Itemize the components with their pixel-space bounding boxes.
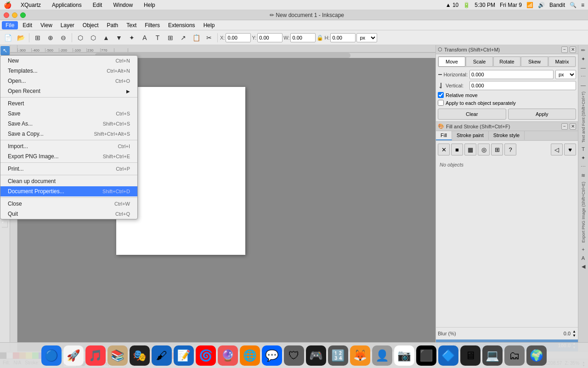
tab-skew[interactable]: Skew: [521, 57, 548, 67]
vertical-input[interactable]: [469, 81, 576, 90]
apply-each-checkbox[interactable]: [438, 100, 444, 106]
dock-word[interactable]: 📝: [174, 345, 194, 366]
far-right-btn-6[interactable]: T: [579, 145, 588, 153]
far-right-btn-2[interactable]: ✦: [579, 55, 588, 63]
blur-down[interactable]: ▼: [572, 334, 576, 338]
dock-music[interactable]: 🎵: [85, 345, 106, 366]
menubar-xquartz[interactable]: XQuartz: [19, 2, 43, 8]
dock-photos[interactable]: 📷: [394, 345, 414, 366]
menu-extensions[interactable]: Extensions: [164, 21, 199, 29]
menubar-window[interactable]: Window: [111, 2, 135, 8]
tool-new[interactable]: 📄: [2, 32, 14, 44]
menu-help[interactable]: Help: [200, 21, 219, 29]
fill-none-btn[interactable]: ✕: [438, 144, 450, 155]
tab-fill[interactable]: Fill: [436, 131, 452, 140]
tool-open[interactable]: 📂: [15, 32, 27, 44]
menu-item-open[interactable]: Open... Ctrl+O: [0, 76, 137, 86]
fill-stroke-minimize[interactable]: −: [561, 123, 568, 130]
menubar-applications[interactable]: Applications: [50, 2, 84, 8]
far-right-btn-5[interactable]: —: [579, 81, 588, 89]
fill-unknown-btn[interactable]: ?: [504, 144, 516, 155]
dock-terminal[interactable]: 🖥: [460, 345, 481, 366]
tool-edit-node[interactable]: A: [139, 32, 151, 44]
clear-button[interactable]: Clear: [438, 109, 506, 120]
tool-group[interactable]: ⬡: [74, 32, 86, 44]
menu-layer[interactable]: Layer: [57, 21, 78, 29]
tool-paste[interactable]: 📋: [190, 32, 202, 44]
fill-marker-start[interactable]: ◁: [551, 144, 563, 155]
export-png-label[interactable]: Export PNG Image (Shift+Ctrl+E): [581, 180, 586, 245]
menu-view[interactable]: View: [37, 21, 56, 29]
far-right-btn-1[interactable]: ✏: [579, 46, 588, 54]
x-input[interactable]: [226, 33, 251, 42]
tool-raise[interactable]: ▲: [100, 32, 112, 44]
menu-item-doc-props[interactable]: Document Properties... Shift+Ctrl+D: [0, 186, 137, 196]
transform-panel-minimize[interactable]: −: [561, 46, 568, 53]
apple-menu[interactable]: 🍎: [4, 1, 11, 9]
tool-select[interactable]: ↖: [0, 46, 10, 55]
fill-marker-end[interactable]: ♥: [564, 144, 576, 155]
w-input[interactable]: [290, 33, 316, 42]
menu-item-save-copy[interactable]: Save a Copy... Shift+Ctrl+Alt+S: [0, 129, 137, 139]
menu-item-templates[interactable]: Templates... Ctrl+Alt+N: [0, 66, 137, 76]
menu-object[interactable]: Object: [79, 21, 102, 29]
transform-panel-close[interactable]: ✕: [570, 46, 576, 53]
menu-item-open-recent[interactable]: Open Recent ▶: [0, 86, 137, 96]
tab-matrix[interactable]: Matrix: [548, 57, 576, 67]
dock-browser[interactable]: 🌐: [240, 345, 260, 366]
tool-lower[interactable]: ▼: [113, 32, 125, 44]
dock-app1[interactable]: ⬛: [416, 345, 436, 366]
far-right-btn-10[interactable]: +: [579, 245, 588, 253]
tool-zoom-in[interactable]: ⊕: [45, 32, 57, 44]
dock-photoshop[interactable]: 🖌: [152, 345, 172, 366]
tool-zoom-fit[interactable]: ⊞: [32, 32, 44, 44]
far-right-expand[interactable]: ◀: [579, 263, 588, 271]
dock-inkscape[interactable]: 🎭: [130, 345, 150, 366]
menu-text[interactable]: Text: [123, 21, 140, 29]
apply-button[interactable]: Apply: [508, 109, 577, 120]
horizontal-unit[interactable]: pxmmcm: [555, 70, 576, 79]
fill-linear-btn[interactable]: ▦: [464, 144, 476, 155]
y-input[interactable]: [257, 33, 283, 42]
dock-steam[interactable]: 🎮: [306, 345, 326, 366]
menu-item-print[interactable]: Print... Ctrl+P: [0, 164, 137, 174]
fill-stroke-close[interactable]: ✕: [570, 123, 576, 130]
dock-world[interactable]: 🌍: [526, 345, 547, 366]
relative-move-checkbox[interactable]: [438, 92, 444, 98]
tool-text[interactable]: T: [152, 32, 164, 44]
far-right-btn-7[interactable]: ✦: [579, 154, 588, 162]
menu-file[interactable]: File: [2, 21, 18, 29]
dock-app2[interactable]: 🔷: [438, 345, 458, 366]
text-font-label[interactable]: Text and Font (Shift+Ctrl+T): [581, 90, 586, 144]
menu-item-cleanup[interactable]: Clean up document: [0, 176, 137, 186]
lock-icon[interactable]: 🔒: [317, 34, 323, 41]
menu-item-close[interactable]: Close Ctrl+W: [0, 199, 137, 209]
dock-vpn[interactable]: 🛡: [284, 345, 304, 366]
dock-chrome[interactable]: 🔮: [218, 345, 238, 366]
menu-item-import[interactable]: Import... Ctrl+I: [0, 141, 137, 151]
dock-chat[interactable]: 💬: [262, 345, 282, 366]
dock-books[interactable]: 📚: [107, 345, 128, 366]
dock-launchpad[interactable]: 🚀: [63, 345, 84, 366]
horizontal-input[interactable]: [469, 70, 554, 79]
menu-item-save[interactable]: Save Ctrl+S: [0, 109, 137, 119]
dock-paprika[interactable]: 🌀: [196, 345, 216, 366]
fill-radial-btn[interactable]: ◎: [478, 144, 490, 155]
tool-cut[interactable]: ✂: [203, 32, 215, 44]
menu-item-export-png[interactable]: Export PNG Image... Shift+Ctrl+E: [0, 151, 137, 161]
fill-stroke-panel-header[interactable]: 🎨 Fill and Stroke (Shift+Ctrl+F) − ✕: [436, 122, 578, 131]
tool-ungroup[interactable]: ⬡: [87, 32, 99, 44]
h-input[interactable]: [330, 33, 356, 42]
menu-filters[interactable]: Filters: [141, 21, 164, 29]
tab-stroke-paint[interactable]: Stroke paint: [452, 131, 489, 140]
far-right-btn-3[interactable]: —: [579, 63, 588, 72]
dock-laptop[interactable]: 💻: [482, 345, 503, 366]
tab-rotate[interactable]: Rotate: [493, 57, 520, 67]
blur-up[interactable]: ▲: [572, 329, 576, 334]
menu-item-quit[interactable]: Quit Ctrl+Q: [0, 209, 137, 219]
far-right-btn-8[interactable]: ⋯: [579, 162, 588, 171]
transform-panel-header[interactable]: ⬡ Transform (Shift+Ctrl+M) − ✕: [436, 45, 578, 54]
tab-move[interactable]: Move: [438, 57, 465, 67]
fill-flat-btn[interactable]: ■: [451, 144, 463, 155]
maximize-button[interactable]: [20, 12, 26, 18]
